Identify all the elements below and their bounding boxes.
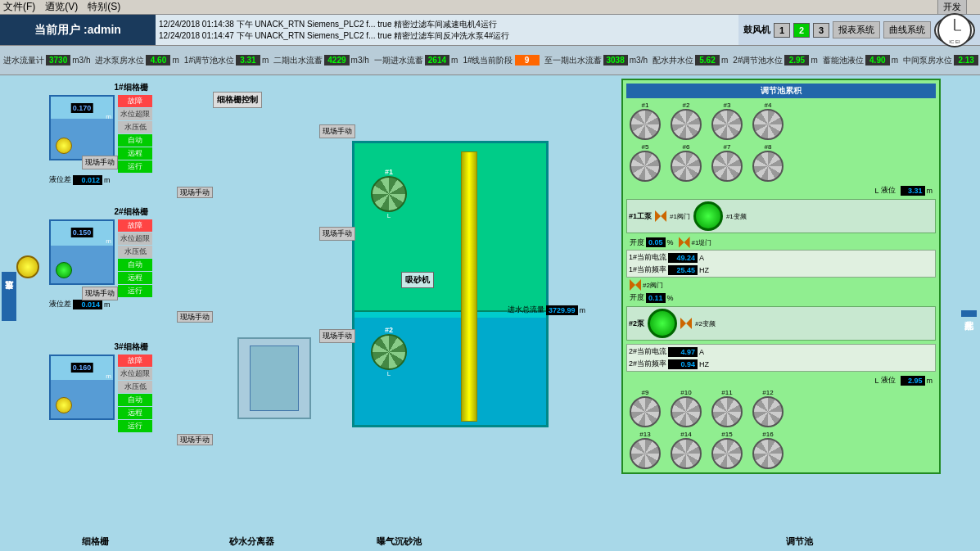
fine-filter-control-label[interactable]: 细格栅控制 [213,92,262,108]
pump1-freq-value: 25.45 [668,265,698,275]
storage-pool-cell: 蓄能池液位 4.90 m [823,55,898,66]
adjust-pool-title: 调节池累积 [626,84,936,98]
line1-phase-cell: 1#线当前阶段 9 [463,55,539,66]
liquid-level-2-value: 2.95 [901,376,925,386]
pump1-motor[interactable] [693,201,723,231]
turbine-13[interactable]: #13 [626,431,664,469]
center-pump-1[interactable] [371,176,407,212]
turbine-9[interactable]: #9 [626,389,664,427]
filter-bottom-label: 细格栅 [82,535,109,548]
filter1-title: 1#细格栅 [49,82,213,93]
filter1-pump[interactable] [56,138,72,154]
turbine-1[interactable]: #1 [626,102,664,140]
pump2-section: #2泵 #2变频 [626,306,936,341]
turbine-14[interactable]: #14 [667,431,705,469]
filter2-fault: 故障 [118,219,152,232]
flow-meter-cell: 进水流量计 3730 m3/h [3,55,90,66]
right-panel: 调节池累积 #1 #2 #3 [618,75,980,551]
pump2-current-value: 4.97 [668,347,698,357]
aerated-tank-label: 曝气沉砂池 [377,535,422,548]
filter1-fault: 故障 [118,95,152,107]
filter-1-section: 1#细格栅 0.170 m 故障 水位超限 水压低 自动 远程 [49,82,213,198]
aerated-lower: #2 L [355,318,546,425]
menu-file[interactable]: 文件(F) [3,0,35,14]
pump2-gate-valve-row: #2阀门 [630,279,933,291]
turbine-6[interactable]: #6 [667,143,705,182]
phase2-out-cell: 二期出水流蓄 4229 m3/h [273,55,368,66]
pump1-valve[interactable] [655,210,666,222]
fan-btn-3[interactable]: 3 [813,23,829,38]
flow-display: 进水总流量 3729.99 m [508,305,585,315]
filter2-diff-value: 0.014 [73,300,102,309]
filter2-diff-section: 液位差 0.014 m [49,299,213,309]
filter1-manual-control[interactable]: 现场手动 [82,156,118,169]
turbine-12[interactable]: #12 [749,389,787,427]
center-manual-1[interactable]: 现场手动 [319,124,355,138]
mid-pump-level-cell: 中间泵房水位 2.13 m [903,55,980,66]
pump-2-container: #2 L [371,326,407,377]
turbine-8[interactable]: #8 [749,143,787,182]
main-content: 进水泵房 1#细格栅 0.170 m 故障 水位超限 水压低 [0,75,980,551]
report-system-button[interactable]: 报表系统 [833,21,880,38]
pump2-motor[interactable] [648,309,677,338]
current-user-label: 当前用户 :admin [0,15,156,45]
left-panel: 进水泵房 1#细格栅 0.170 m 故障 水位超限 水压低 [0,75,340,551]
inlet-pump[interactable] [16,255,39,278]
liquid-level-1-row: L 液位 3.31 m [626,185,936,196]
clock-display: IC EI [934,16,975,45]
filter3-tank: 0.160 m [49,355,115,420]
turbine-7[interactable]: #7 [708,143,746,182]
turbine-3[interactable]: #3 [708,102,746,140]
center-manual-3[interactable]: 现场手动 [319,329,355,343]
filter2-pump[interactable] [56,262,72,278]
filter3-fault: 故障 [118,355,152,367]
pump1-gate-valve[interactable] [679,237,690,248]
pump1-readings: 1#当前电流 49.24 A 1#当前频率 25.45 HZ [626,250,936,278]
turbine-16[interactable]: #16 [749,431,787,469]
filter2-level-value: 0.150 [71,228,93,237]
flow-value: 3729.99 [546,305,578,315]
center-panel: 现场手动 #1 L #2 L [311,75,606,551]
menu-bar: 文件(F) 迺览(V) 特别(S) 开发 [0,0,980,15]
turbine-15[interactable]: #15 [708,431,746,469]
water-out-label: 配水井 [961,310,977,317]
fan-label: 鼓风机 [743,24,770,36]
adjust-pool-bottom-label: 调节池 [786,535,813,548]
status-bar: 当前用户 :admin 12/24/2018 01:14:38 下午 UNACK… [0,15,980,46]
filter3-control-label[interactable]: 现场手动 [177,434,213,445]
pump2-valve[interactable] [680,318,692,329]
adjust-accumulate-section: 调节池累积 #1 #2 #3 [621,79,941,474]
pump2-opening-row: 开度 0.11 % [630,292,933,303]
phase1-in-cell: 一期进水流蓄 2614 m [374,55,458,66]
pump2-gate-valve[interactable] [630,279,641,291]
filter1-control-label[interactable]: 现场手动 [49,187,213,198]
turbine-4[interactable]: #4 [749,102,787,140]
filter-3-section: 3#细格栅 0.160 m 故障 水位超限 水压低 自动 远程 运行 [49,341,213,445]
vertical-pipe [461,151,477,422]
filter2-control-label2[interactable]: 现场手动 [177,311,213,323]
liquid-level-2-row: L 液位 2.95 m [626,375,936,386]
curve-system-button[interactable]: 曲线系统 [883,21,931,38]
fan-controls: 鼓风机 1 2 3 报表系统 曲线系统 IC EI [738,15,980,45]
turbine-11[interactable]: #11 [708,389,746,427]
pump2-readings: 2#当前电流 4.97 A 2#当前频率 0.94 HZ [626,344,936,372]
status-logs: 12/24/2018 01:14:38 下午 UNACK_RTN Siemens… [156,15,738,45]
menu-special[interactable]: 特别(S) [88,0,120,14]
sand-sep-label: 砂水分离器 [229,535,274,548]
fan-btn-1[interactable]: 1 [774,23,790,38]
filter3-pump[interactable] [56,397,72,413]
log-entry-1: 12/24/2018 01:14:38 下午 UNACK_RTN Siemens… [159,19,735,30]
turbine-10[interactable]: #10 [667,389,705,427]
turbine-2[interactable]: #2 [667,102,705,140]
filter-2-section: 2#细格栅 0.150 m 故障 水位超限 水压低 自动 远程 运行 [49,206,213,323]
center-manual-2[interactable]: 现场手动 [319,227,355,241]
pump2-opening-value: 0.11 [646,293,666,303]
fan-btn-2[interactable]: 2 [793,23,810,38]
filter2-manual-control[interactable]: 现场手动 [82,287,118,300]
filter1-diff-value: 0.012 [73,175,102,185]
turbine-5[interactable]: #5 [626,143,664,182]
filter1-diff-section: 液位差 0.012 m [49,174,213,185]
center-pump-2[interactable] [371,334,407,370]
menu-view[interactable]: 迺览(V) [45,0,78,14]
sand-separator [237,337,311,419]
